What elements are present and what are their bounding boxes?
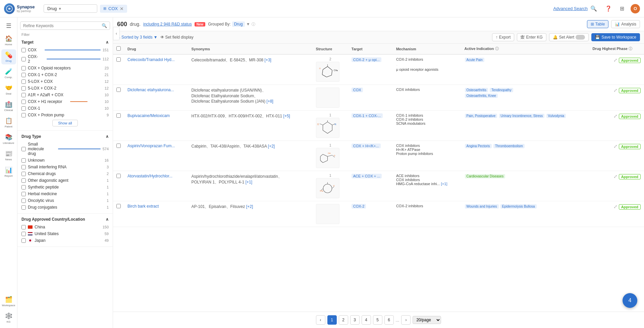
sidebar-item-report[interactable]: 📊 Report — [1, 164, 16, 179]
filter-checkbox-cox-proton[interactable] — [21, 113, 26, 117]
analysis-view-button[interactable]: 📊 Analysis — [611, 20, 640, 28]
filter-item-cox2[interactable]: COX-2 112 — [17, 53, 113, 65]
next-page-button[interactable]: › — [401, 315, 411, 325]
filter-item-herbal[interactable]: Herbal medicine 1 — [17, 190, 113, 197]
sidebar-item-home[interactable]: 🏠 Home — [1, 33, 16, 48]
drug-type-section-header[interactable]: Drug Type ∧ — [17, 132, 113, 141]
more-link[interactable]: [+2] — [268, 144, 275, 149]
sidebar-item-menu[interactable]: ☰ — [1, 20, 16, 32]
sidebar-item-literature[interactable]: 📚 Literature — [1, 131, 16, 147]
help-icon[interactable]: ❓ — [604, 4, 613, 13]
sidebar-item-comp[interactable]: 🧪 Comp. — [1, 66, 16, 81]
filter-checkbox-drug-conjugates[interactable] — [21, 205, 26, 210]
page-3-button[interactable]: 3 — [350, 315, 360, 325]
filter-item-a1r[interactable]: A1R + A2aR + COX 10 — [17, 92, 113, 98]
filter-item-japan[interactable]: Japan 49 — [17, 237, 113, 244]
filter-search-input[interactable] — [23, 23, 102, 28]
set-alert-button[interactable]: 🔔 Set Alert — [549, 33, 589, 41]
filter-item-cox-h1[interactable]: COX + H1 receptor 10 — [17, 98, 113, 105]
filter-checkbox-5lox-cox2[interactable] — [21, 86, 26, 91]
float-indicator[interactable]: 4 — [623, 293, 637, 308]
filter-checkbox-cox1-cox2[interactable] — [21, 73, 26, 77]
show-all-button[interactable]: Show all — [52, 120, 78, 126]
target-section-header[interactable]: Target ∧ — [17, 38, 113, 47]
alert-toggle[interactable] — [576, 35, 585, 40]
drug-link[interactable]: Diclofenac etahyalurona... — [127, 88, 174, 92]
expand-icon[interactable]: ⤢ — [613, 113, 618, 119]
sidebar-item-patent[interactable]: 📋 Patent — [1, 115, 16, 130]
filter-checkbox-china[interactable] — [21, 225, 26, 229]
page-4-button[interactable]: 4 — [362, 315, 371, 325]
filter-checkbox-us[interactable] — [21, 232, 26, 236]
filter-checkbox-cox1[interactable] — [21, 106, 26, 111]
per-page-select[interactable]: 20/page 50/page 100/page — [413, 316, 441, 324]
row-checkbox[interactable] — [116, 113, 121, 118]
drug-link[interactable]: Bupivacaine/Meloxicam — [127, 113, 170, 118]
grid-icon[interactable]: ⊞ — [617, 4, 627, 13]
more-link[interactable]: [+5] — [283, 114, 290, 118]
search-type-selector[interactable]: Drug ▼ — [44, 4, 97, 13]
drug-link[interactable]: Atorvastatin/Hydrochlor... — [127, 174, 172, 178]
filter-checkbox-oncolytic[interactable] — [21, 199, 26, 203]
sort-fields-link[interactable]: ⇅ Sorted by 3 fields ▼ — [117, 35, 158, 40]
filter-item-oncolytic[interactable]: Oncolytic virus 1 — [17, 197, 113, 204]
sidebar-item-workspace[interactable]: 🗂️ Workspace — [1, 294, 16, 309]
filter-checkbox-japan[interactable] — [21, 238, 26, 243]
select-all-checkbox[interactable] — [116, 46, 121, 51]
more-link[interactable]: [+3] — [265, 58, 271, 62]
filter-checkbox-5lox-cox[interactable] — [21, 79, 26, 84]
active-tab-cox[interactable]: ⊞ COX ✕ — [100, 5, 127, 13]
filter-item-synthetic-peptide[interactable]: Synthetic peptide 1 — [17, 184, 113, 190]
user-avatar[interactable]: O — [631, 4, 640, 13]
row-checkbox[interactable] — [116, 204, 121, 208]
export-button[interactable]: ↑ Export — [492, 33, 515, 41]
page-1-button[interactable]: 1 — [327, 315, 337, 325]
expand-icon[interactable]: ⤢ — [613, 88, 618, 93]
sidebar-item-kg[interactable]: 🕸️ KG — [1, 310, 16, 325]
enter-kg-button[interactable]: 🕸 Enter KG — [517, 33, 546, 41]
filter-checkbox-a1r[interactable] — [21, 93, 26, 97]
filter-checkbox-unknown[interactable] — [21, 158, 26, 163]
filter-item-chemical[interactable]: Chemical drugs 2 — [17, 170, 113, 177]
page-2-button[interactable]: 2 — [339, 315, 348, 325]
filter-item-us[interactable]: United States 59 — [17, 230, 113, 237]
filter-search-box[interactable]: 🔍 — [20, 21, 110, 30]
filter-item-drug-conjugates[interactable]: Drug conjugates 1 — [17, 204, 113, 211]
collapse-panel-button[interactable]: ‹ — [113, 27, 120, 40]
filter-checkbox-synthetic-peptide[interactable] — [21, 185, 26, 189]
table-view-button[interactable]: ⊞ Table — [587, 20, 609, 28]
filter-checkbox-cox[interactable] — [21, 48, 26, 52]
sidebar-item-news[interactable]: 📰 News — [1, 148, 16, 163]
page-5-button[interactable]: 5 — [373, 315, 382, 325]
save-workspace-button[interactable]: 💾 Save to Workspace — [591, 33, 640, 41]
filter-checkbox-cox2[interactable] — [21, 57, 26, 61]
prev-page-button[interactable]: ‹ — [316, 315, 325, 325]
expand-icon[interactable]: ⤢ — [613, 57, 618, 63]
filter-item-cox1[interactable]: COX-1 10 — [17, 105, 113, 112]
expand-icon[interactable]: ⤢ — [613, 174, 618, 179]
filter-item-diagnostic[interactable]: Other diagonstic agent 1 — [17, 177, 113, 184]
grouped-pill[interactable]: Drug — [232, 21, 245, 27]
page-6-button[interactable]: 6 — [384, 315, 394, 325]
country-section-header[interactable]: Drug Approved Country/Location ∧ — [17, 215, 113, 224]
row-checkbox[interactable] — [116, 174, 121, 178]
filter-item-china[interactable]: China 150 — [17, 224, 113, 230]
filter-checkbox-herbal[interactable] — [21, 192, 26, 196]
filter-checkbox-chemical[interactable] — [21, 172, 26, 176]
filter-item-cox[interactable]: COX 151 — [17, 47, 113, 53]
filter-item-cox-proton[interactable]: COX + Proton pump 9 — [17, 112, 113, 118]
expand-icon[interactable]: ⤢ — [613, 204, 618, 209]
rd-status-link[interactable]: including 2 948 R&D status — [143, 22, 192, 26]
filter-item-sirna[interactable]: Small interfering RNA 3 — [17, 164, 113, 170]
tab-close-icon[interactable]: ✕ — [120, 6, 124, 11]
advanced-search-link[interactable]: Advanced Search — [553, 6, 588, 11]
filter-checkbox-small-molecule[interactable] — [21, 147, 26, 151]
filter-checkbox-diagnostic[interactable] — [21, 178, 26, 183]
filter-item-cox-opioid[interactable]: COX + Opioid receptors 23 — [17, 65, 113, 71]
row-checkbox[interactable] — [116, 144, 121, 148]
drug-link[interactable]: Aspirin/Vonoprazan Fum... — [127, 144, 175, 148]
filter-item-5lox-cox[interactable]: 5-LOX + COX 12 — [17, 78, 113, 85]
expand-icon[interactable]: ⤢ — [613, 144, 618, 149]
filter-item-unknown[interactable]: Unknown 16 — [17, 157, 113, 164]
filter-item-small-molecule[interactable]: Small molecule drug 574 — [17, 141, 113, 157]
